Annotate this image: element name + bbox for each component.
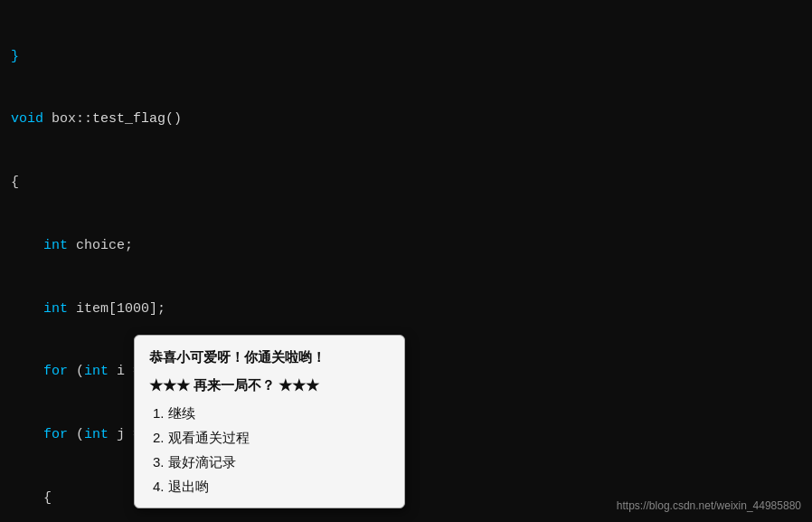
popup-subtitle: ★★★ 再来一局不？ ★★★ (149, 373, 390, 397)
popup-dialog: 恭喜小可爱呀！你通关啦哟！ ★★★ 再来一局不？ ★★★ 1. 继续 2. 观看… (134, 335, 405, 508)
popup-item-3: 3. 最好滴记录 (149, 450, 390, 474)
popup-item-2: 2. 观看通关过程 (149, 425, 390, 450)
popup-item-4: 4. 退出哟 (149, 474, 390, 498)
code-line-7: for (int j = 1; j <= roomsize; j++) (11, 424, 801, 445)
code-editor: } void box::test_flag() { int choice; in… (0, 0, 812, 522)
code-line-5: int item[1000]; (11, 299, 801, 319)
popup-title: 恭喜小可爱呀！你通关啦哟！ (149, 345, 390, 369)
code-line-3: { (11, 172, 801, 193)
code-line-1: } (11, 46, 801, 67)
watermark: https://blog.csdn.net/weixin_44985880 (617, 498, 801, 515)
code-line-6: for (int i = 1; i <= roomsize; i++) (11, 361, 801, 382)
popup-item-1: 1. 继续 (149, 401, 390, 425)
code-line-4: int choice; (11, 235, 801, 256)
code-line-2: void box::test_flag() (11, 109, 801, 129)
